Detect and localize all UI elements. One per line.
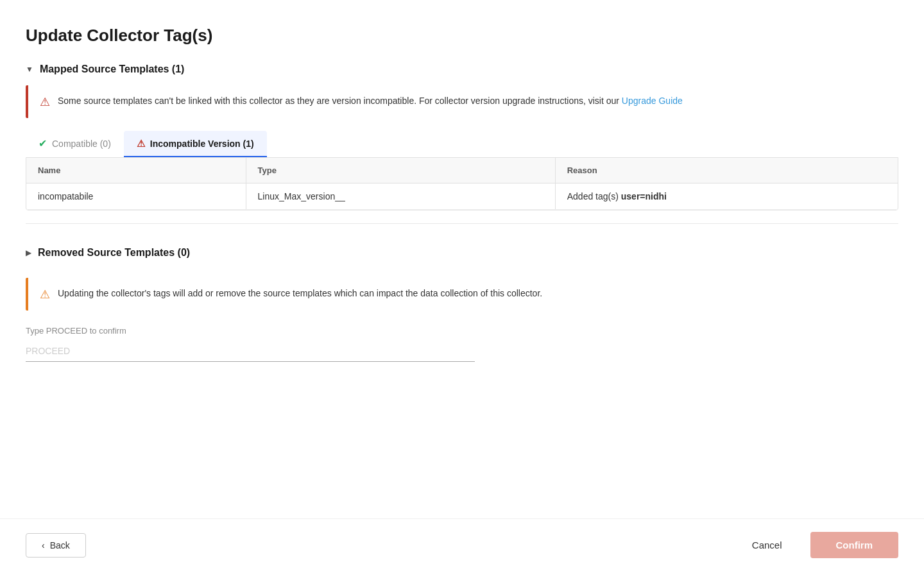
proceed-input[interactable] [26, 341, 475, 362]
tab-incompatible-label: Incompatible Version (1) [150, 139, 254, 149]
removed-chevron-icon: ▶ [26, 248, 31, 257]
upgrade-guide-link[interactable]: Upgrade Guide [622, 96, 683, 106]
tab-compatible[interactable]: ✔ Compatible (0) [26, 131, 124, 157]
back-button-label: Back [50, 540, 70, 550]
mapped-source-templates-section: ▼ Mapped Source Templates (1) ⚠ Some sou… [26, 64, 898, 210]
cell-name: incompatabile [26, 183, 246, 210]
cell-type: Linux_Max_version__ [246, 183, 555, 210]
col-name: Name [26, 158, 246, 183]
footer-actions: Cancel Confirm [732, 532, 898, 558]
table-row: incompatabile Linux_Max_version__ Added … [26, 183, 898, 210]
cell-reason: Added tag(s) user=nidhi [555, 183, 898, 210]
warning-banner: ⚠ Updating the collector's tags will add… [26, 278, 898, 311]
incompatible-table-container: Name Type Reason incompatabile Linux_Max… [26, 157, 898, 210]
confirm-button[interactable]: Confirm [810, 532, 899, 558]
back-button[interactable]: ‹ Back [26, 533, 86, 558]
proceed-section: Type PROCEED to confirm [26, 326, 898, 362]
version-tabs: ✔ Compatible (0) ⚠ Incompatible Version … [26, 131, 898, 157]
col-reason: Reason [555, 158, 898, 183]
removed-section-title: Removed Source Templates (0) [38, 247, 190, 259]
version-incompatible-banner: ⚠ Some source templates can't be linked … [26, 85, 898, 118]
back-chevron-icon: ‹ [42, 540, 45, 550]
error-banner-text: Some source templates can't be linked wi… [58, 94, 683, 108]
removed-source-templates-section: ▶ Removed Source Templates (0) [26, 247, 898, 259]
warning-triangle-icon: ⚠ [40, 287, 50, 302]
mapped-section-header[interactable]: ▼ Mapped Source Templates (1) [26, 64, 898, 75]
table-header-row: Name Type Reason [26, 158, 898, 183]
tab-incompatible[interactable]: ⚠ Incompatible Version (1) [124, 131, 267, 157]
section-divider [26, 223, 898, 224]
proceed-label: Type PROCEED to confirm [26, 326, 898, 336]
tab-compatible-label: Compatible (0) [52, 139, 111, 149]
footer: ‹ Back Cancel Confirm [0, 518, 924, 571]
mapped-section-title: Mapped Source Templates (1) [40, 64, 185, 75]
incompatible-table: Name Type Reason incompatabile Linux_Max… [26, 158, 898, 210]
page-title: Update Collector Tag(s) [26, 26, 898, 46]
mapped-chevron-icon: ▼ [26, 65, 33, 74]
removed-section-header[interactable]: ▶ Removed Source Templates (0) [26, 247, 898, 259]
error-circle-icon: ⚠ [40, 95, 50, 109]
cancel-button[interactable]: Cancel [732, 532, 803, 558]
check-circle-icon: ✔ [38, 137, 47, 149]
warning-banner-text: Updating the collector's tags will add o… [58, 287, 542, 300]
error-tab-icon: ⚠ [137, 138, 145, 149]
col-type: Type [246, 158, 555, 183]
